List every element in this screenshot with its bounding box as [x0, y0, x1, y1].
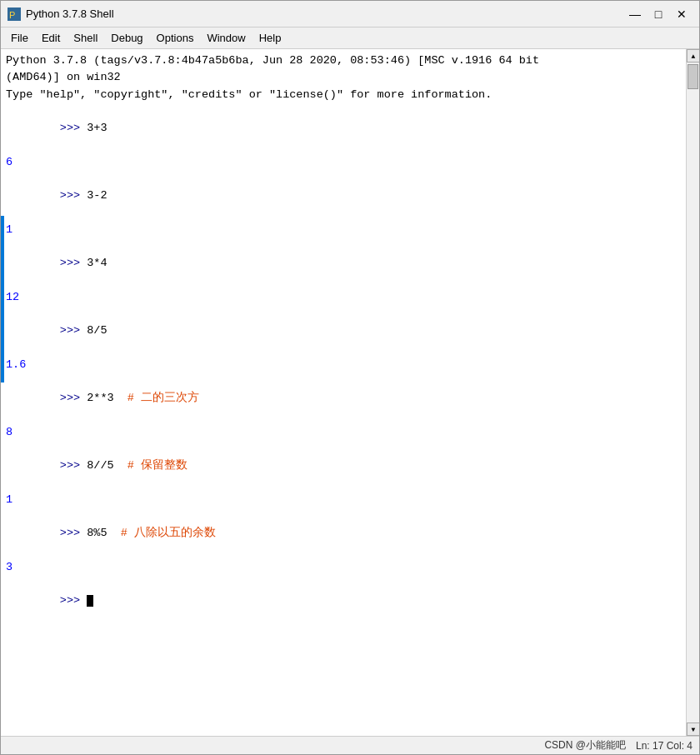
svg-text:P: P [9, 10, 15, 20]
code-2: 3-2 [87, 189, 107, 202]
prompt-6: >>> [60, 459, 87, 472]
prompt-1: >>> [60, 122, 87, 134]
menu-file[interactable]: File [4, 29, 35, 48]
output-line-7: 3 [6, 559, 669, 576]
input-line-3: >>> 3*4 [6, 238, 669, 289]
code-5: 2**3 [87, 392, 113, 404]
input-line-4: >>> 8/5 [6, 306, 669, 357]
output-line-6: 1 [6, 492, 669, 508]
input-line-7: >>> 8%5 # 八除以五的余数 [6, 508, 669, 559]
menu-options[interactable]: Options [150, 29, 201, 48]
restore-button[interactable]: □ [648, 5, 669, 23]
scrollbar-up-arrow[interactable]: ▲ [687, 49, 699, 62]
menu-debug[interactable]: Debug [104, 29, 149, 48]
menu-bar: File Edit Shell Debug Options Window Hel… [1, 28, 699, 49]
side-indicator [1, 216, 4, 382]
scrollbar-track[interactable] [687, 62, 699, 722]
code-6: 8//5 [87, 459, 113, 472]
input-line-6: >>> 8//5 # 保留整数 [6, 441, 669, 492]
input-line-1: >>> 3+3 [6, 103, 669, 154]
code-1: 3+3 [87, 122, 107, 134]
minimize-button[interactable]: — [624, 5, 646, 23]
prompt-5: >>> [60, 392, 87, 404]
output-line-4: 1.6 [6, 357, 669, 373]
current-prompt: >>> [60, 594, 87, 607]
main-window: P Python 3.7.8 Shell — □ ✕ File Edit She… [0, 0, 700, 755]
code-3: 3*4 [87, 257, 107, 269]
close-button[interactable]: ✕ [671, 5, 692, 23]
prompt-7: >>> [60, 527, 87, 539]
vertical-scrollbar[interactable]: ▲ ▼ [686, 49, 699, 736]
input-line-5: >>> 2**3 # 二的三次方 [6, 373, 669, 424]
menu-shell[interactable]: Shell [67, 29, 104, 48]
comment-5: # 二的三次方 [114, 392, 199, 404]
prompt-3: >>> [60, 257, 87, 269]
scrollbar-thumb[interactable] [688, 64, 698, 89]
output-line-5: 8 [6, 424, 669, 441]
cursor-position: Ln: 17 Col: 4 [636, 740, 692, 752]
cursor [87, 595, 93, 607]
comment-6: # 保留整数 [114, 459, 188, 472]
window-controls: — □ ✕ [624, 5, 692, 23]
comment-7: # 八除以五的余数 [108, 527, 216, 539]
menu-help[interactable]: Help [252, 29, 288, 48]
watermark-label: CSDN @小能能吧 [544, 738, 626, 752]
window-title: Python 3.7.8 Shell [26, 8, 624, 20]
current-prompt-line[interactable]: >>> [6, 576, 669, 627]
code-4: 8/5 [87, 324, 107, 337]
shell-wrapper: Python 3.7.8 (tags/v3.7.8:4b47a5b6ba, Ju… [1, 49, 699, 736]
info-line-3: Type "help", "copyright", "credits" or "… [6, 87, 669, 103]
info-line-1: Python 3.7.8 (tags/v3.7.8:4b47a5b6ba, Ju… [6, 52, 669, 69]
input-line-2: >>> 3-2 [6, 171, 669, 222]
shell-content[interactable]: Python 3.7.8 (tags/v3.7.8:4b47a5b6ba, Ju… [1, 49, 686, 736]
info-line-2: (AMD64)] on win32 [6, 69, 669, 86]
prompt-2: >>> [60, 189, 87, 202]
menu-window[interactable]: Window [200, 29, 252, 48]
menu-edit[interactable]: Edit [35, 29, 67, 48]
app-icon: P [8, 8, 21, 21]
output-line-3: 12 [6, 289, 669, 306]
status-bar: CSDN @小能能吧 Ln: 17 Col: 4 [1, 736, 699, 754]
title-bar: P Python 3.7.8 Shell — □ ✕ [1, 1, 699, 28]
output-line-2: 1 [6, 222, 669, 238]
output-line-1: 6 [6, 154, 669, 171]
scrollbar-down-arrow[interactable]: ▼ [687, 722, 699, 736]
prompt-4: >>> [60, 324, 87, 337]
code-7: 8%5 [87, 527, 107, 539]
